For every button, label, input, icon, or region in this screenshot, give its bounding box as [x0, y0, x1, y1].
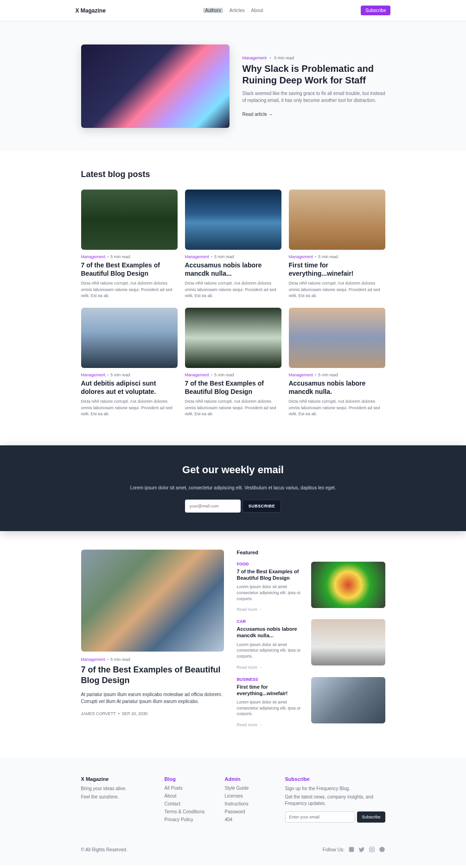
- featured-item-category[interactable]: BUSINESS: [237, 677, 305, 682]
- post-readtime: 5 min read: [110, 373, 130, 377]
- post-category[interactable]: Management: [81, 254, 106, 259]
- nav-articles[interactable]: Articles: [230, 8, 245, 13]
- featured-item-read-link[interactable]: Read more →: [237, 607, 263, 612]
- post-title[interactable]: 7 of the Best Examples of Beautiful Blog…: [81, 261, 178, 278]
- featured-item-title[interactable]: 7 of the Best Examples of Beautiful Blog…: [237, 568, 305, 582]
- featured-item-title[interactable]: First time for everything...winefair!: [237, 684, 305, 697]
- latest-posts-section: Latest blog posts Management•5 min read …: [0, 151, 466, 445]
- featured-item-desc: Lorem ipsum dolor sit amet consectetur a…: [237, 584, 305, 602]
- nav-about[interactable]: About: [251, 8, 263, 13]
- footer-link[interactable]: All Posts: [165, 786, 183, 791]
- footer-link[interactable]: About: [165, 793, 177, 798]
- post-card[interactable]: Management•5 min read Accusamus nobis la…: [289, 308, 385, 418]
- featured-main-image: [81, 550, 224, 652]
- post-description: Dicta nihil ratione corrupti. Aut dolore…: [185, 280, 281, 299]
- post-image: [81, 190, 178, 250]
- hero-description: Slack seemed like the saving grace to fi…: [243, 90, 385, 104]
- footer-link[interactable]: Contact: [165, 801, 180, 806]
- post-card[interactable]: Management•5 min read Aut debitis adipis…: [81, 308, 178, 418]
- featured-author: JAMES CORVETT: [81, 711, 116, 716]
- site-footer: X Magazine Bring your ideas alive. Feel …: [0, 758, 466, 865]
- featured-item[interactable]: CAR Accusamus nobis labore mancdk nulla.…: [237, 619, 385, 670]
- featured-item-image: [311, 619, 385, 665]
- nav-authors[interactable]: Authors: [203, 8, 223, 13]
- post-card[interactable]: Management•5 min read 7 of the Best Exam…: [81, 190, 178, 299]
- footer-email-input[interactable]: [285, 811, 356, 823]
- featured-item[interactable]: BUSINESS First time for everything...win…: [237, 677, 385, 728]
- post-category[interactable]: Management: [81, 373, 106, 377]
- post-description: Dicta nihil ratione corrupti. Aut dolore…: [185, 399, 281, 418]
- newsletter-submit-button[interactable]: SUBSCRIBE: [243, 500, 281, 513]
- post-card[interactable]: Management•5 min read Accusamus nobis la…: [185, 190, 281, 299]
- featured-item-image: [311, 562, 385, 608]
- hero-title[interactable]: Why Slack is Problematic and Ruining Dee…: [243, 63, 385, 86]
- post-title[interactable]: Accusamus nobis labore mancdk nulla.: [289, 379, 385, 396]
- featured-item-title[interactable]: Accusamus nobis labore mancdk nulla...: [237, 626, 305, 639]
- twitter-icon[interactable]: [358, 846, 365, 854]
- subscribe-button[interactable]: Subscribe: [361, 6, 390, 15]
- post-category[interactable]: Management: [289, 373, 313, 377]
- newsletter-section: Get our weekly email Lorem ipsum dolor s…: [0, 445, 466, 531]
- featured-section: Management•5 min read 7 of the Best Exam…: [0, 531, 466, 758]
- svg-point-3: [379, 847, 385, 852]
- footer-link[interactable]: Password: [225, 809, 245, 814]
- instagram-icon[interactable]: [369, 846, 375, 854]
- facebook-icon[interactable]: [379, 846, 385, 854]
- svg-rect-0: [349, 847, 354, 852]
- footer-link[interactable]: Licenses: [225, 793, 243, 798]
- footer-link[interactable]: Instructions: [225, 801, 249, 806]
- post-image: [81, 308, 178, 368]
- post-image: [185, 308, 281, 368]
- hero-category[interactable]: Management: [243, 56, 267, 60]
- footer-subscribe-text: Sign up for the Frequency Blog.: [285, 786, 385, 792]
- featured-author-line: JAMES CORVETT • SEP 20, 2030: [81, 711, 224, 716]
- post-readtime: 5 min read: [110, 254, 130, 259]
- featured-item-category[interactable]: FOOD: [237, 562, 305, 566]
- featured-item-desc: Lorem ipsum dolor sit amet consectetur a…: [237, 699, 305, 717]
- post-image: [289, 190, 385, 250]
- featured-category[interactable]: Management: [81, 657, 106, 662]
- post-readtime: 5 min read: [318, 254, 338, 259]
- post-title[interactable]: Aut debitis adipisci sunt dolores aut et…: [81, 379, 178, 396]
- post-readtime: 5 min read: [214, 373, 234, 377]
- newsletter-email-input[interactable]: [185, 500, 241, 513]
- featured-item-read-link[interactable]: Read more →: [237, 722, 263, 727]
- post-category[interactable]: Management: [289, 254, 313, 259]
- footer-link[interactable]: Privacy Policy: [165, 817, 193, 822]
- featured-item-read-link[interactable]: Read more →: [237, 665, 263, 670]
- hero-read-link[interactable]: Read article →: [243, 112, 273, 117]
- logo[interactable]: X Magazine: [76, 7, 106, 14]
- post-title[interactable]: 7 of the Best Examples of Beautiful Blog…: [185, 379, 281, 396]
- post-image: [185, 190, 281, 250]
- footer-subscribe-button[interactable]: Subscribe: [357, 811, 385, 823]
- featured-item[interactable]: FOOD 7 of the Best Examples of Beautiful…: [237, 562, 385, 613]
- post-category[interactable]: Management: [185, 373, 210, 377]
- post-title[interactable]: First time for everything...winefair!: [289, 261, 385, 278]
- post-card[interactable]: Management•5 min read 7 of the Best Exam…: [185, 308, 281, 418]
- featured-item-category[interactable]: CAR: [237, 619, 305, 624]
- post-description: Dicta nihil ratione corrupti. Aut dolore…: [289, 280, 385, 299]
- footer-link[interactable]: 404: [225, 817, 233, 822]
- post-category[interactable]: Management: [185, 254, 210, 259]
- newsletter-desc: Lorem ipsum dolor sit amet, consectetur …: [81, 485, 385, 490]
- footer-brand-tagline: Bring your ideas alive.: [81, 786, 146, 792]
- post-description: Dicta nihil ratione corrupti. Aut dolore…: [289, 399, 385, 418]
- featured-readtime: 5 min read: [110, 657, 130, 662]
- featured-sidebar-heading: Featured: [237, 550, 385, 555]
- featured-main-desc: At pariatur ipsum illum earum explicabo …: [81, 691, 224, 705]
- featured-item-desc: Lorem ipsum dolor sit amet consectetur a…: [237, 642, 305, 659]
- site-header: X Magazine Authors Articles About Subscr…: [0, 0, 466, 21]
- post-readtime: 5 min read: [214, 254, 234, 259]
- featured-main-title[interactable]: 7 of the Best Examples of Beautiful Blog…: [81, 665, 224, 686]
- post-title[interactable]: Accusamus nobis labore mancdk nulla...: [185, 261, 281, 278]
- post-card[interactable]: Management•5 min read First time for eve…: [289, 190, 385, 299]
- footer-link[interactable]: Style Guide: [225, 786, 249, 791]
- hero-section: Management • 5 min read Why Slack is Pro…: [0, 21, 466, 151]
- footer-copyright: © All Rights Reserved.: [81, 847, 128, 852]
- footer-brand-name: X Magazine: [81, 776, 146, 782]
- footer-follow-label: Follow Us:: [323, 847, 345, 852]
- linkedin-icon[interactable]: [348, 846, 355, 854]
- hero-image: [81, 44, 230, 128]
- featured-item-image: [311, 677, 385, 723]
- footer-link[interactable]: Terms & Conditions: [165, 809, 205, 814]
